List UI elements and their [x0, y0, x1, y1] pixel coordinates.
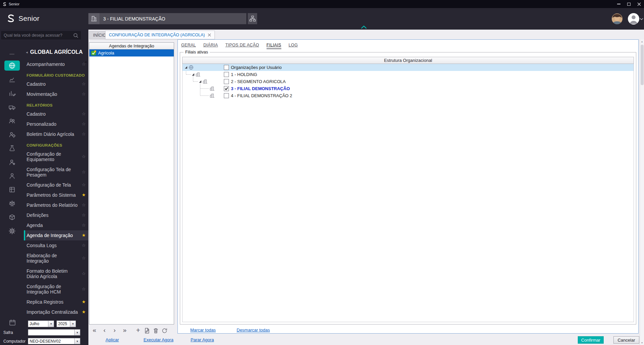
previous-record-button[interactable]: ‹ [99, 327, 110, 335]
sidebar-item-acompanhamento[interactable]: Acompanhamento☆ [24, 59, 88, 69]
tab-tipos-de-acao[interactable]: TIPOS DE AÇÃO [225, 43, 259, 49]
tree-row-holding[interactable]: 1 - HOLDING [183, 71, 634, 78]
company-selector[interactable]: 3 - FILIAL DEMONSTRAÇÃO [88, 13, 246, 24]
executar-agora-link[interactable]: Executar Agora [144, 337, 173, 342]
next-record-button[interactable]: › [110, 327, 120, 335]
user-menu-button[interactable] [628, 13, 639, 25]
first-record-button[interactable]: « [89, 327, 99, 335]
search-input[interactable] [2, 33, 73, 38]
favorite-star-icon[interactable]: ★ [82, 309, 86, 315]
scroll-up-icon[interactable]: ▴ [640, 39, 644, 44]
user-avatar-photo[interactable] [612, 13, 622, 24]
tab-diaria[interactable]: DIÁRIA [203, 43, 218, 49]
sidebar-item-replica-registros[interactable]: Replica Registros★ [24, 297, 88, 307]
vertical-scrollbar[interactable]: ▴ ▾ [640, 39, 644, 345]
minimize-button[interactable] [614, 0, 624, 8]
rail-item-laboratory[interactable] [0, 141, 24, 155]
favorite-star-icon[interactable]: ☆ [82, 121, 86, 127]
module-title[interactable]: ◂ GLOBAL AGRÍCOLA [24, 46, 88, 59]
sidebar-item-configuracao-de-equipamento[interactable]: Configuração de Equipamento☆ [24, 149, 88, 164]
sidebar-item-configuracao-de-tela[interactable]: Configuração de Tela☆ [24, 180, 88, 190]
cancelar-button[interactable]: Cancelar [613, 336, 639, 344]
sidebar-item-agenda[interactable]: Agenda☆ [24, 220, 88, 230]
add-record-button[interactable]: + [134, 326, 143, 335]
collapse-ribbon-button[interactable] [361, 26, 367, 29]
tab-close-icon[interactable] [208, 33, 211, 37]
favorite-star-icon[interactable]: ★ [82, 299, 86, 305]
sidebar-item-elaboracao-de-integracao[interactable]: Elaboração de Integração☆ [24, 251, 88, 266]
favorite-star-icon[interactable]: ☆ [82, 182, 86, 188]
sidebar-item-cadastro-formulario[interactable]: Cadastro☆ [24, 79, 88, 89]
favorite-star-icon[interactable]: ☆ [82, 286, 86, 292]
favorite-star-icon[interactable]: ★ [82, 233, 86, 238]
sidebar-item-configuracao-de-integracao-hcm[interactable]: Configuração de Integração HCM☆ [24, 281, 88, 297]
favorite-star-icon[interactable]: ☆ [82, 223, 86, 228]
edit-record-button[interactable] [143, 328, 151, 334]
scrollbar-thumb[interactable] [641, 45, 644, 85]
confirmar-button[interactable]: Confirmar [578, 336, 604, 344]
favorite-star-icon[interactable]: ☆ [82, 243, 86, 248]
rail-item-reports[interactable] [0, 86, 24, 100]
rail-item-logistics[interactable] [0, 100, 24, 114]
tab-filiais[interactable]: FILIAIS [267, 43, 281, 49]
rail-item-team[interactable] [0, 114, 24, 127]
favorite-star-icon[interactable]: ☆ [82, 154, 86, 159]
close-button[interactable] [634, 0, 644, 8]
scroll-down-icon[interactable]: ▾ [640, 341, 644, 345]
rail-item-inventory[interactable] [0, 210, 24, 224]
desmarcar-todas-link[interactable]: Desmarcar todas [237, 328, 270, 333]
sidebar-item-boletim-diario-agricola[interactable]: Boletim Diário Agrícola☆ [24, 129, 88, 139]
parar-agora-link[interactable]: Parar Agora [191, 337, 214, 342]
maximize-button[interactable] [624, 0, 634, 8]
sidebar-item-cadastro-relatorios[interactable]: Cadastro☆ [24, 109, 88, 119]
sidebar-item-definicoes[interactable]: Definições☆ [24, 210, 88, 220]
rail-item-settings[interactable] [0, 224, 24, 238]
favorite-star-icon[interactable]: ☆ [82, 271, 86, 276]
sidebar-item-agenda-de-integracao[interactable]: Agenda de Integração★ [24, 230, 88, 240]
sidebar-item-movimentacao[interactable]: Movimentação☆ [24, 89, 88, 99]
sidebar-item-parametros-do-relatorio[interactable]: Parâmetros do Relatório☆ [24, 200, 88, 210]
year-select[interactable]: 2025 ▾ [56, 320, 76, 327]
tree-expander-icon[interactable] [192, 73, 195, 76]
favorite-star-icon[interactable]: ☆ [82, 256, 86, 261]
rail-item-analytics[interactable] [0, 72, 24, 86]
rail-item-scale[interactable] [0, 196, 24, 210]
favorite-star-icon[interactable]: ☆ [82, 62, 86, 67]
favorite-star-icon[interactable]: ☆ [82, 202, 86, 208]
tab-configuracao-de-integracao[interactable]: CONFIGURAÇÃO DE INTEGRAÇÃO (AGRICOLA) [105, 31, 215, 39]
tree-row-segmento-agricola[interactable]: 2 - SEGMENTO AGRICOLA [183, 78, 634, 85]
marcar-todas-link[interactable]: Marcar todas [190, 328, 216, 333]
checkbox-checked[interactable] [224, 86, 229, 91]
tree-expander-icon[interactable] [185, 66, 188, 69]
checkbox-unchecked[interactable] [224, 79, 229, 84]
tree-row-organizacoes[interactable]: Organizações por Usuário [183, 64, 634, 71]
user-menu-caret[interactable] [640, 18, 643, 21]
tree-row-filial-demonstracao[interactable]: 3 - FILIAL DEMONSTRAÇÃO [183, 85, 634, 92]
checkbox-unchecked[interactable] [224, 93, 229, 98]
checkbox-unchecked[interactable] [224, 65, 229, 70]
favorite-star-icon[interactable]: ☆ [82, 91, 86, 97]
favorite-star-icon[interactable]: ☆ [82, 81, 86, 87]
favorite-star-icon[interactable]: ★ [82, 192, 86, 198]
aplicar-link[interactable]: Aplicar [106, 337, 119, 342]
list-item-agricola[interactable]: Agrícola [89, 49, 174, 56]
sidebar-item-personalizado[interactable]: Personalizado☆ [24, 119, 88, 129]
tab-log[interactable]: LOG [289, 43, 298, 49]
delete-record-button[interactable] [151, 328, 160, 334]
tab-geral[interactable]: GERAL [181, 43, 196, 49]
tree-expander-icon[interactable] [199, 80, 202, 83]
sidebar-item-configuracao-tela-de-pesagem[interactable]: Configuração Tela de Pesagem☆ [24, 164, 88, 180]
rail-item-user-settings[interactable] [0, 127, 24, 141]
refresh-button[interactable] [160, 328, 169, 334]
favorite-star-icon[interactable]: ☆ [82, 131, 86, 137]
computador-select[interactable]: NEO-DESENV02 ▾ [28, 338, 80, 344]
sidebar-item-importacao-centralizada[interactable]: Importação Centralizada★ [24, 307, 88, 316]
checkbox-unchecked[interactable] [224, 72, 229, 77]
tree-row-filial-demonstracao-2[interactable]: 4 - FILIAL DEMONSTRAÇÃO 2 [183, 92, 634, 99]
rail-item-globe[interactable] [0, 59, 24, 72]
sidebar-item-parametros-do-sistema[interactable]: Parâmetros do Sistema★ [24, 190, 88, 200]
search-icon[interactable] [73, 33, 80, 38]
sidebar-item-formato-do-boletim-diario-agricola[interactable]: Formato do Boletim Diário Agrícola☆ [24, 266, 88, 281]
organization-structure-button[interactable] [248, 13, 257, 24]
sidebar-item-consulta-logs[interactable]: Consulta Logs☆ [24, 240, 88, 251]
